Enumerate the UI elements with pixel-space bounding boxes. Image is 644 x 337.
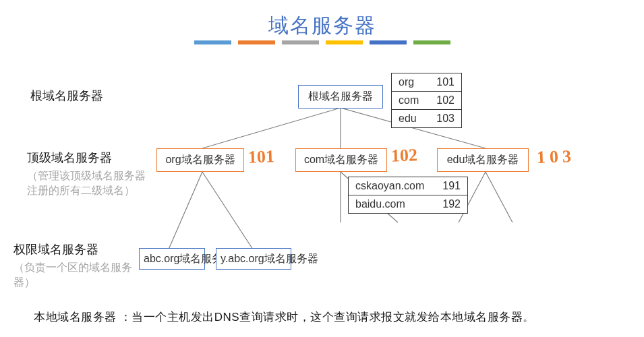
svg-line-8 [486, 172, 513, 222]
node-auth-yabc: y.abc.org域名服务器 [216, 248, 291, 270]
svg-line-0 [202, 108, 341, 148]
node-tld-edu: edu域名服务器 [437, 148, 529, 172]
svg-line-4 [202, 172, 253, 249]
root-records: org 101 com102 edu 103 [391, 73, 462, 128]
title-divider [0, 40, 644, 44]
com-record-baidu-addr: 192 [442, 198, 461, 210]
footer-local-dns: 本地域名服务器 ：当一个主机发出DNS查询请求时，这个查询请求报文就发给本地域名… [34, 309, 535, 325]
bar-blue [194, 40, 231, 44]
com-record-baidu: baidu.com 192 [349, 195, 467, 213]
com-record-baidu-name: baidu.com [355, 198, 405, 210]
root-record-com-addr: 102 [436, 94, 455, 106]
root-record-com-name: com [399, 94, 419, 106]
root-record-com: com102 [392, 92, 461, 110]
handnote-102: 102 [390, 145, 417, 166]
level-root-label: 根域名服务器 [30, 88, 103, 104]
root-record-org-addr: 101 [436, 76, 455, 88]
svg-line-3 [169, 172, 202, 249]
bar-green [413, 40, 450, 44]
com-records: cskaoyan.com 191 baidu.com 192 [348, 177, 468, 214]
root-record-edu-name: edu [399, 113, 417, 125]
level-tld-sub: （管理该顶级域名服务器注册的所有二级域名） [27, 168, 155, 197]
root-record-org: org 101 [392, 73, 461, 92]
level-root-name: 根域名服务器 [30, 88, 103, 104]
page-title: 域名服务器 [0, 12, 644, 40]
level-auth-label: 权限域名服务器 （负责一个区的域名服务器） [13, 241, 148, 289]
root-record-edu-addr: 103 [436, 113, 455, 125]
handnote-103: 103 [536, 146, 575, 168]
bar-orange [238, 40, 275, 44]
com-record-cskaoyan-addr: 191 [442, 180, 461, 192]
bar-gray [282, 40, 319, 44]
bar-navy [370, 40, 407, 44]
root-record-edu: edu 103 [392, 110, 461, 127]
root-record-org-name: org [399, 76, 414, 88]
node-tld-org: org域名服务器 [156, 148, 244, 172]
com-record-cskaoyan-name: cskaoyan.com [355, 180, 424, 192]
level-tld-name: 顶级域名服务器 [27, 150, 155, 166]
handnote-101: 101 [247, 146, 274, 167]
level-auth-sub: （负责一个区的域名服务器） [13, 260, 148, 289]
bar-yellow [326, 40, 363, 44]
level-tld-label: 顶级域名服务器 （管理该顶级域名服务器注册的所有二级域名） [27, 150, 155, 197]
node-auth-abc: abc.org域名服务器 [139, 248, 205, 270]
node-tld-com: com域名服务器 [295, 148, 387, 172]
com-record-cskaoyan: cskaoyan.com 191 [349, 177, 467, 195]
node-root: 根域名服务器 [298, 85, 383, 109]
level-auth-name: 权限域名服务器 [13, 241, 148, 257]
